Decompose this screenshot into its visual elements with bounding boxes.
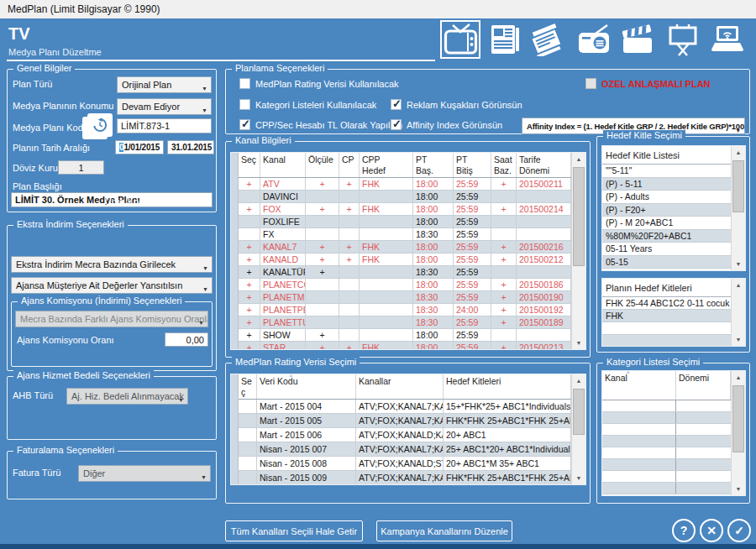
channel-row[interactable]: +KANALD++FHK18:0025:59+201500212 [239,254,571,266]
scrollbar-thumb[interactable] [732,385,744,452]
target-list-scrollbar[interactable]: ▲ ▼ [731,146,745,270]
media-tab-magazine[interactable] [485,20,525,59]
cpp-tl-checkbox[interactable] [239,119,250,130]
plan-code-field[interactable]: LİMİT.873-1 [117,118,212,133]
channel-row[interactable]: DAVINCI18:0025:59 [239,191,571,203]
list-item[interactable]: 05-15 [602,256,731,269]
media-tab-billboard[interactable] [663,20,703,59]
date-start-field[interactable]: 01/01/2015 [115,140,164,154]
channel-row[interactable]: +PLANETPEMBE18:3024:00+201500192 [239,304,571,316]
plan-type-select[interactable]: Orijinal Plan [117,76,212,93]
channel-row[interactable]: +STAR++FHK18:0025:59+201500213 [239,342,571,349]
category-row[interactable] [602,471,731,483]
agency-values-select[interactable]: Ajansa Müşteriye Ait Değerler Yansıtılsı… [11,277,213,294]
column-header[interactable]: Ölçüle [306,153,339,177]
media-tab-radio[interactable] [574,20,614,59]
help-button[interactable]: ? [672,519,696,542]
scrollbar-thumb[interactable] [573,389,585,435]
category-row[interactable] [602,424,731,436]
cancel-button[interactable]: ✕ [700,519,723,542]
column-header[interactable]: PT Baş. [413,153,454,177]
column-header[interactable]: Tarife Dönemi [517,153,571,177]
rating-row[interactable]: Mart - 2015 006ATV;FOX;KANALD;KAN20+ ABC… [239,428,571,442]
column-header[interactable]: Kanal▲ [602,371,676,400]
rating-row[interactable]: Nisan - 2015 009ATV;FOX;KANAL7;KANFHK*FH… [239,471,571,484]
exchange-rate-field[interactable]: 1 [58,160,104,175]
channel-row[interactable]: +SHOW+18:0025:59 [239,329,571,342]
category-row[interactable] [602,412,731,424]
column-header[interactable]: CPP Hedef [360,153,413,177]
category-lists-checkbox[interactable] [239,99,250,110]
target-list-header[interactable]: Hedef Kitle Listesi [602,146,731,165]
list-item[interactable]: FHK 25-44 ABC1C2 0-11 cocuk sah [602,297,731,310]
commission-rate-field[interactable]: 0,00 [165,332,208,347]
media-tab-cinema[interactable] [618,20,659,59]
rating-table-scrollbar[interactable]: ▲ ▼ [571,374,585,484]
scroll-up-button[interactable]: ▲ [732,146,745,159]
category-row[interactable] [602,483,731,494]
column-header[interactable]: Seç [239,153,260,177]
date-end-field[interactable]: 31.01.2015 [167,140,214,154]
rating-row[interactable]: Mart - 2015 005ATV;FOX;KANAL7;KANFHK*FHK… [239,414,571,428]
window-titlebar[interactable]: MedPlan (Limit Bilgisayar © 1990) [0,0,756,18]
scroll-up-button[interactable]: ▲ [572,374,585,387]
list-item[interactable]: ""5-11" [602,165,731,178]
list-item[interactable]: (P) - Adults [602,191,731,204]
media-tab-internet[interactable] [707,20,748,59]
scroll-down-button[interactable]: ▼ [572,337,585,349]
scroll-down-button[interactable]: ▼ [572,472,585,484]
list-item[interactable]: 05-11 Years [602,243,731,256]
rating-row[interactable]: Nisan - 2015 007ATV;FOX;KANAL7;KAN25+ AB… [239,442,571,457]
column-header[interactable]: Veri Kodu▲ [257,374,356,399]
medplan-rating-checkbox[interactable] [239,78,250,89]
category-table-scrollbar[interactable]: ▲ ▼ [731,371,745,495]
scroll-down-button[interactable]: ▼ [732,333,745,346]
media-tab-tv[interactable] [440,20,480,59]
column-header[interactable]: CP [339,153,360,177]
channel-row[interactable]: +KANALTÜRK+18:3025:59 [239,266,571,279]
edit-campaign-channels-button[interactable]: Kampanya Kanallarını Düzenle [376,520,512,541]
category-row[interactable] [602,400,731,412]
category-row[interactable] [602,459,731,471]
channel-row[interactable]: +KANAL7++FHK18:0025:59+201500216 [239,241,571,254]
affinity-index-checkbox[interactable] [391,119,402,130]
rating-row[interactable]: Nisan - 2015 008ATV;FOX;KANALD;STA20+ AB… [239,457,571,471]
special-plan-checkbox[interactable] [585,78,596,89]
plan-target-scrollbar[interactable]: ▲ ▼ [731,279,745,346]
list-item[interactable]: FHK [602,310,731,322]
scroll-up-button[interactable]: ▲ [732,279,745,291]
scroll-down-button[interactable]: ▼ [732,483,745,495]
channel-row[interactable]: FOXLIFE18:0025:59 [239,216,571,228]
list-item[interactable] [602,335,731,346]
plan-status-select[interactable]: Devam Ediyor [117,98,212,115]
list-item[interactable]: (P) - F20+ [602,204,731,217]
column-header[interactable]: PT Bitiş [454,153,491,177]
column-header[interactable]: Dönemi [676,371,731,400]
scrollbar-thumb[interactable] [573,167,585,266]
column-header[interactable]: Kanal [260,153,306,177]
column-header[interactable]: Se ç [239,374,257,399]
ad-breaks-checkbox[interactable] [391,99,402,110]
channel-table-scrollbar[interactable]: ▲ ▼ [571,153,585,349]
column-header[interactable]: Saat Baz. [491,153,517,177]
commission-mode-select[interactable]: Mecra Bazında Farklı Ajans Komisyonu Ora… [15,311,208,327]
channel-row[interactable]: +PLANETCOCUK18:0025:59+201500186 [239,279,571,291]
list-item[interactable] [602,322,731,335]
channel-row[interactable]: FX18:3025:59 [239,228,571,241]
media-tab-newspaper[interactable] [529,20,570,59]
channel-row[interactable]: +FOX++FHK18:0025:59+201500214 [239,203,571,216]
list-item[interactable]: %80M%20F20+ABC1 [602,230,731,243]
plan-code-history-button[interactable] [85,113,113,140]
category-row[interactable] [602,436,731,447]
scroll-down-button[interactable]: ▼ [732,258,745,270]
invoice-type-select[interactable]: Diğer [78,465,211,482]
channel-row[interactable]: +PLANETMUTFAK18:3025:59+201500190 [239,291,571,304]
select-all-channels-button[interactable]: Tüm Kanalları Seçili Hale Getir [225,520,363,541]
column-header[interactable]: Kanallar [356,374,444,399]
category-row[interactable] [602,447,731,459]
scroll-up-button[interactable]: ▲ [572,153,585,165]
list-item[interactable]: (P) - 5-11 [602,178,731,191]
extra-discount-select[interactable]: Ekstra İndirim Mecra Bazında Girilecek [11,256,213,273]
ahb-type-select[interactable]: Aj. Hiz. Bedeli Alınmayacak [66,388,188,405]
scrollbar-thumb[interactable] [732,160,744,212]
